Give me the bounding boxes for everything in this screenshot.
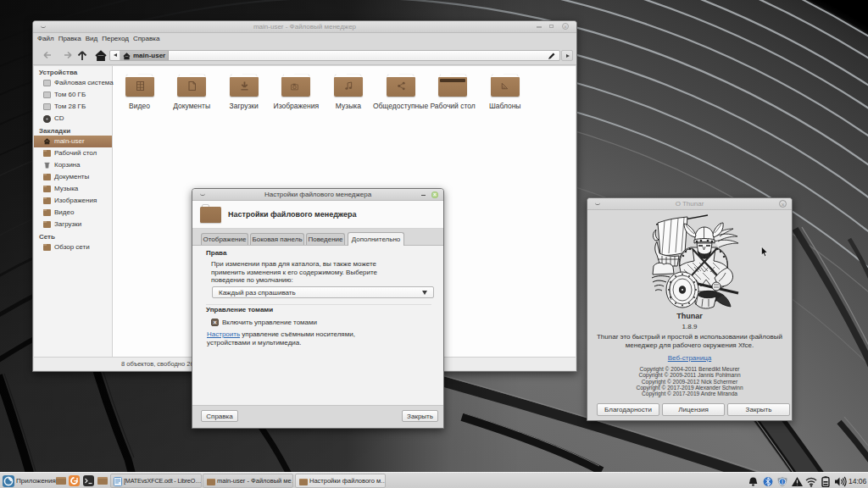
- svg-text:i: i: [782, 479, 782, 485]
